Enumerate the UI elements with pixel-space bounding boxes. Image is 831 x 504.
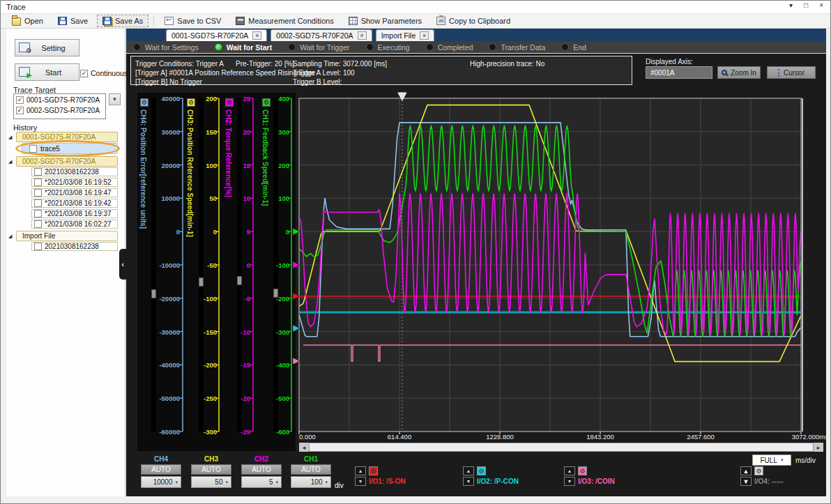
checkbox-unchecked[interactable] [34,210,42,217]
start-button[interactable]: ▶ Start [15,63,79,81]
high-precision-trace: High-precision trace: No [470,60,544,68]
status-bar: Wait for SettingsWait for StartWait for … [126,41,826,54]
axis-tick-label: -20000 [148,294,180,302]
time-range-select[interactable]: FULL▾ [752,455,791,466]
scale-value: 50 [215,478,222,486]
checkbox-unchecked[interactable] [34,220,42,228]
tab-import-file[interactable]: Import File× [376,29,435,41]
status-step-wait-for-start: Wait for Start [215,43,273,52]
io-down-button[interactable]: ▼ [355,477,366,486]
checkbox-checked[interactable]: ✓ [16,96,24,104]
chart-horizontal-scrollbar[interactable]: ◂ ▸ [299,443,823,452]
trace-target-dropdown-button[interactable]: ▼ [109,93,121,105]
history-item[interactable]: *2021/03/08 16:19:47 [31,188,118,197]
history-group-import-file[interactable]: Import File [16,231,118,241]
checkbox-unchecked[interactable] [34,243,42,250]
status-dot-active [215,43,222,51]
history-item[interactable]: 20210308162238 [31,167,118,176]
auto-scale-button-ch1[interactable]: AUTO [291,464,331,475]
tree-expander-icon[interactable]: ◢ [8,135,12,140]
trace-target-list[interactable]: ✓0001-SGD7S-R70F20A✓0002-SGD7S-R70F20A [13,93,106,119]
history-item[interactable]: *2021/03/08 16:02:27 [31,220,118,229]
history-group-0002-sgd7s-r70f20a[interactable]: 0002-SGD7S-R70F20A [16,156,118,167]
history-item-trace5[interactable]: trace5 [22,143,118,154]
io-up-button[interactable]: ▲ [740,466,752,475]
history-item[interactable]: *2021/03/08 16:19:42 [31,199,118,208]
toolbar-button-save-to-csv[interactable]: Save to CSV [159,15,227,27]
status-dot [426,43,434,51]
scroll-left-icon[interactable]: ◂ [299,443,309,452]
displayed-axis-select[interactable]: #0001A [646,66,712,79]
tab-close-icon[interactable]: × [358,31,367,40]
toolbar-button-show-parameters[interactable]: Show Parameters [343,15,427,27]
close-icon[interactable]: × [819,1,823,9]
history-item[interactable]: *2021/03/08 16:19:52 [31,178,118,187]
gear-icon[interactable]: ⚙ [477,466,486,475]
cursor-icon [778,69,780,77]
tab-close-icon[interactable]: × [420,31,429,40]
axis-tick-label: -30000 [148,328,180,335]
io-down-button[interactable]: ▼ [564,477,575,486]
toolbar: OpenSaveSave AsSave to CSVMeasurement Co… [1,13,830,29]
tab-0001-sgd7s-r70f20a[interactable]: 0001-SGD7S-R70F20A× [166,29,267,41]
continuous-checkbox[interactable]: ✓ Continuous [80,69,128,77]
checkbox-checked[interactable]: ✓ [16,107,24,114]
history-item-label: *2021/03/08 16:19:37 [45,210,112,217]
setting-button[interactable]: ⚙ Setting [15,39,79,56]
toolbar-button-save[interactable]: Save [52,15,93,27]
scale-value-select-ch1[interactable]: 100▾ [291,476,331,488]
tab-0002-sgd7s-r70f20a[interactable]: 0002-SGD7S-R70F20A× [270,29,372,41]
scale-value-select-ch4[interactable]: 10000▾ [141,476,181,488]
gear-icon[interactable]: ⚙ [754,466,763,475]
trigger-b-level: Trigger B Level: [293,78,342,86]
div-unit-label: div [335,482,344,489]
history-group-0001-sgd7s-r70f20a[interactable]: 0001-SGD7S-R70F20A [16,132,118,142]
cursor-button[interactable]: Cursor [767,66,816,79]
axis-offset-thumb[interactable] [237,276,242,285]
trace-target-item[interactable]: ✓0001-SGD7S-R70F20A [16,96,103,104]
scrollbar-thumb[interactable] [309,443,814,452]
toolbar-button-save-as[interactable]: Save As [97,15,148,27]
io-up-button[interactable]: ▲ [355,466,366,475]
io-up-button[interactable]: ▲ [463,466,474,475]
trigger-a-level: Trigger A Level: 100 [293,69,355,77]
pin-icon[interactable]: ▾ [789,1,793,9]
axis-tick-label: 0 [218,261,250,269]
toolbar-button-measurement-conditions[interactable]: Measurement Conditions [230,15,339,27]
axis-tick-label: -10000 [148,261,180,269]
status-step-end: End [561,43,586,52]
collapse-sidebar-handle[interactable]: ‹ [119,249,126,280]
trace-target-item[interactable]: ✓0002-SGD7S-R70F20A [16,107,103,114]
gear-icon[interactable]: ⚙ [369,466,378,475]
trigger-b: [Trigger B] No Trigger [135,78,202,86]
auto-scale-button-ch3[interactable]: AUTO [191,464,231,475]
toolbar-button-open[interactable]: Open [6,14,49,28]
tree-expander-icon[interactable]: ◢ [8,234,12,239]
toolbar-button-copy-to-clipboard[interactable]: Copy to Clipboard [431,15,516,27]
checkbox-unchecked[interactable] [34,189,42,197]
history-item[interactable]: *2021/03/08 16:19:37 [31,209,118,218]
axis-offset-thumb[interactable] [199,277,204,287]
scroll-right-icon[interactable]: ▸ [814,443,823,452]
tree-expander-icon[interactable]: ◢ [8,159,12,165]
auto-scale-button-ch4[interactable]: AUTO [141,464,181,475]
io-up-button[interactable]: ▲ [564,466,575,475]
checkbox-unchecked[interactable] [34,199,42,207]
checkbox-unchecked[interactable] [34,178,42,186]
gear-icon[interactable]: ⚙ [578,466,587,475]
scale-value-select-ch2[interactable]: 5▾ [241,476,282,488]
history-item[interactable]: 20210308162238 [31,242,118,251]
auto-scale-button-ch2[interactable]: AUTO [241,464,282,475]
maximize-icon[interactable]: □ [804,1,808,9]
io-down-button[interactable]: ▼ [463,477,474,486]
axis-tick-label: 0 [185,228,217,236]
toolbar-button-label: Save As [115,17,143,25]
axis-tick-label: 200 [185,95,217,102]
checkbox-unchecked[interactable] [29,145,37,153]
trigger-conditions: Trigger Conditions: Trigger A [135,60,224,68]
zoom-in-button[interactable]: Zoom In [717,66,761,79]
scale-value-select-ch3[interactable]: 50▾ [191,476,231,488]
checkbox-unchecked[interactable] [34,168,42,176]
tab-close-icon[interactable]: × [252,31,261,40]
io-down-button[interactable]: ▼ [740,477,752,486]
